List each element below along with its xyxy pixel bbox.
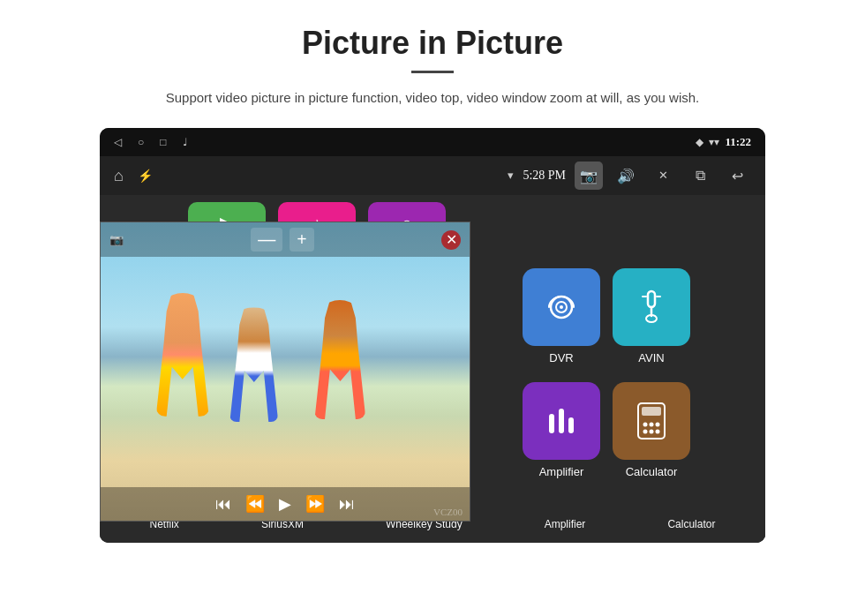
svg-rect-8 bbox=[549, 414, 554, 433]
pip-controls: 📷 — + ✕ ⏮ ⏪ ▶ ⏩ ⏭ bbox=[101, 222, 470, 521]
pip-camera-icon: 📷 bbox=[109, 233, 124, 247]
pip-rewind-btn[interactable]: ⏪ bbox=[245, 494, 265, 514]
app-item-calculator[interactable]: Calculator bbox=[613, 382, 690, 478]
pip-btn[interactable]: ⧉ bbox=[686, 162, 714, 190]
apps-row-3: Amplifier bbox=[458, 382, 755, 478]
usb-icon[interactable]: ⚡ bbox=[138, 169, 153, 184]
status-bar-right: ◆ ▾▾ 11:22 bbox=[696, 135, 751, 149]
app-label-dvr: DVR bbox=[549, 351, 573, 364]
pip-video-overlay[interactable]: 📷 — + ✕ ⏮ ⏪ ▶ ⏩ ⏭ VCZ0 bbox=[100, 222, 470, 522]
svg-point-18 bbox=[656, 430, 660, 434]
pip-prev-btn[interactable]: ⏮ bbox=[215, 495, 231, 514]
app-label-amplifier: Amplifier bbox=[539, 465, 584, 478]
status-time: 11:22 bbox=[725, 135, 751, 149]
app-item-avin[interactable]: AVIN bbox=[613, 268, 690, 364]
pip-plus-btn[interactable]: + bbox=[290, 228, 313, 252]
wifi-icon: ▾ bbox=[508, 169, 514, 183]
svg-rect-10 bbox=[568, 417, 574, 433]
pip-play-btn[interactable]: ▶ bbox=[279, 494, 291, 514]
wifi-signal-icon: ▾▾ bbox=[709, 136, 719, 149]
apps-section: DVR AVIN bbox=[448, 195, 765, 543]
status-bar: ◁ ○ □ ♩ ◆ ▾▾ 11:22 bbox=[100, 128, 765, 156]
pip-bottom-controls: ⏮ ⏪ ▶ ⏩ ⏭ bbox=[101, 487, 470, 521]
pip-forward-btn[interactable]: ⏩ bbox=[305, 494, 325, 514]
back-nav-icon[interactable]: ◁ bbox=[114, 136, 122, 149]
pip-close-btn[interactable]: ✕ bbox=[441, 230, 461, 250]
pip-next-btn[interactable]: ⏭ bbox=[339, 495, 355, 514]
app-icon-calculator bbox=[613, 382, 690, 460]
svg-point-17 bbox=[650, 430, 654, 434]
page-subtitle: Support video picture in picture functio… bbox=[166, 87, 699, 109]
svg-point-2 bbox=[560, 305, 563, 309]
app-label-avin: AVIN bbox=[638, 351, 664, 364]
app-icon-dvr bbox=[523, 268, 600, 346]
page-title: Picture in Picture bbox=[302, 25, 563, 62]
home-icon[interactable]: ⌂ bbox=[114, 167, 124, 185]
app-icon-amplifier bbox=[523, 382, 600, 460]
close-btn[interactable]: ✕ bbox=[649, 162, 677, 190]
status-bar-left: ◁ ○ □ ♩ bbox=[114, 136, 188, 149]
camera-btn[interactable]: 📷 bbox=[575, 162, 603, 190]
pip-top-bar: 📷 — + ✕ bbox=[101, 222, 470, 257]
app-item-amplifier[interactable]: Amplifier bbox=[523, 382, 600, 478]
pip-size-controls: — + bbox=[251, 228, 313, 252]
nav-bar: ⌂ ⚡ ▾ 5:28 PM 📷 🔊 ✕ ⧉ ↩ bbox=[100, 156, 765, 195]
apps-row-2: DVR AVIN bbox=[458, 268, 755, 364]
svg-point-13 bbox=[643, 423, 648, 427]
app-icon-avin bbox=[613, 268, 690, 346]
main-content: 📷 — + ✕ ⏮ ⏪ ▶ ⏩ ⏭ VCZ0 bbox=[100, 195, 765, 543]
svg-rect-3 bbox=[648, 291, 655, 307]
music-nav-icon[interactable]: ♩ bbox=[183, 136, 188, 149]
svg-point-14 bbox=[650, 423, 654, 427]
app-item-dvr[interactable]: DVR bbox=[523, 268, 600, 364]
nav-bar-right: ▾ 5:28 PM 📷 🔊 ✕ ⧉ ↩ bbox=[508, 162, 751, 190]
title-divider bbox=[411, 71, 454, 73]
pip-minus-btn[interactable]: — bbox=[251, 228, 282, 252]
svg-point-15 bbox=[656, 423, 660, 427]
svg-rect-9 bbox=[559, 409, 564, 433]
bottom-label-calculator: Calculator bbox=[667, 518, 715, 530]
device-frame: ◁ ○ □ ♩ ◆ ▾▾ 11:22 ⌂ ⚡ ▾ 5:28 PM 📷 🔊 bbox=[100, 128, 765, 543]
recents-nav-icon[interactable]: □ bbox=[160, 136, 166, 149]
svg-point-16 bbox=[643, 430, 648, 434]
app-label-calculator: Calculator bbox=[626, 465, 678, 478]
nav-time: 5:28 PM bbox=[523, 169, 566, 183]
nav-bar-left: ⌂ ⚡ bbox=[114, 167, 153, 185]
svg-rect-12 bbox=[642, 407, 661, 416]
home-nav-icon[interactable]: ○ bbox=[138, 136, 144, 149]
bottom-label-amplifier: Amplifier bbox=[545, 518, 586, 530]
volume-btn[interactable]: 🔊 bbox=[612, 162, 640, 190]
back-btn[interactable]: ↩ bbox=[723, 162, 751, 190]
watermark: VCZ00 bbox=[433, 507, 463, 517]
location-icon: ◆ bbox=[696, 136, 703, 149]
